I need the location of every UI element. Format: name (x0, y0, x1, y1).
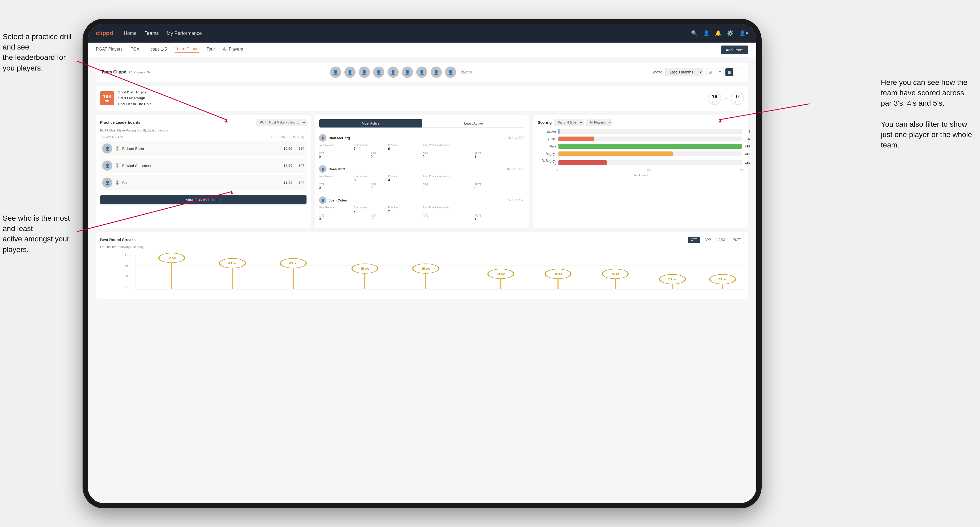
lb-medal-2: 🥈 (115, 163, 119, 168)
activity-player-2-stats: Total Rounds Tournament 8 Practice 4 (319, 175, 525, 182)
shot-circles: 16 yds → 0 yds (708, 92, 744, 105)
subnav-pga[interactable]: PGA (130, 47, 140, 53)
activity-player-3-stats: Total Rounds Tournament 7 Practice 2 (319, 206, 525, 213)
user-avatar[interactable]: 👤▾ (739, 30, 748, 37)
three-col-grid: Practice Leaderboards PUTT Must Make Put… (96, 115, 748, 229)
activity-player-1-name: 👤 Blair McHarg (319, 134, 350, 141)
stat-tournament: Tournament 7 (353, 144, 387, 151)
avatar-1: 👤 (330, 67, 341, 78)
scoring-title: Scoring (538, 120, 552, 125)
edit-icon[interactable]: ✎ (147, 70, 150, 74)
bar-label-dbogeys: D. Bogeys + (540, 159, 558, 167)
show-select[interactable]: Last 3 months Last 6 months Last 12 mont… (665, 68, 703, 76)
bar-row-eagles: Eagles 3 (540, 129, 742, 134)
activity-card: Most Active Least Active 👤 Blair McHarg … (315, 115, 530, 229)
lb-score-2: 18/20 (280, 163, 293, 168)
svg-text:3x: 3x (718, 278, 727, 281)
team-header: Team Clippd 14 Players ✎ 👤 👤 👤 👤 👤 👤 👤 👤… (96, 62, 748, 82)
ipad-frame: clippd Home Teams My Performance 🔍 👤 🔔 ⚙… (83, 19, 762, 508)
grid-view-btn[interactable]: ⊞ (706, 68, 714, 76)
nav-home[interactable]: Home (124, 30, 137, 36)
leaderboard-dropdown[interactable]: PUTT Must Make Putting ... (256, 119, 307, 126)
bar-track-bogeys: 311 (558, 151, 742, 156)
total-shots-label: Total Shots (538, 173, 744, 177)
bar-label-bogeys: Bogeys (540, 152, 558, 156)
lb-row-3[interactable]: 👤 🥉 Cameron... 17/20 103 (100, 175, 307, 190)
nav-teams[interactable]: Teams (145, 30, 159, 36)
shot-circle-2: 0 yds (731, 92, 744, 105)
card-view-btn[interactable]: ▦ (725, 68, 733, 76)
activity-player-2-subrow: OTT 0 APP 0 ARG 0 (319, 183, 525, 190)
svg-text:4x: 4x (611, 272, 620, 275)
bar-track-eagles: 3 (558, 129, 742, 134)
lb-name-2: Edward Crossman (122, 163, 278, 168)
subnav-all-players[interactable]: All Players (223, 47, 243, 53)
streaks-filter-app[interactable]: APP (702, 237, 714, 243)
streaks-filter-putt[interactable]: PUTT (730, 237, 744, 243)
lb-score-1: 19/20 (280, 147, 293, 151)
players-label: Players (460, 70, 472, 74)
lb-row-1[interactable]: 👤 🥇 Richard Butler 19/20 110 (100, 141, 307, 156)
list-view-btn[interactable]: ≡ (716, 68, 724, 76)
svg-text:4x: 4x (496, 272, 506, 275)
subnav-tour[interactable]: Tour (207, 47, 215, 53)
ipad-screen: clippd Home Teams My Performance 🔍 👤 🔔 ⚙… (88, 24, 756, 503)
person-icon[interactable]: 👤 (703, 30, 710, 37)
bar-label-eagles: Eagles (540, 130, 558, 133)
circle-connector: → (723, 95, 729, 102)
subnav-team-clippd[interactable]: Team Clippd (175, 46, 199, 53)
navbar-links: Home Teams My Performance (124, 30, 691, 36)
bar-fill-dbogeys (558, 160, 606, 165)
avatar-5: 👤 (387, 67, 399, 78)
bell-icon[interactable]: 🔔 (715, 30, 722, 37)
bar-row-pars: Pars 499 (540, 144, 742, 149)
lb-row-2[interactable]: 👤 🥈 Edward Crossman 18/20 107 (100, 158, 307, 173)
avatar-8: 👤 (431, 67, 442, 78)
svg-text:5x: 5x (361, 267, 370, 270)
streaks-filter-arg[interactable]: ARG (716, 237, 728, 243)
activity-player-3-header: 👤 Josh Coles 26 Aug 2023 (319, 197, 525, 204)
activity-tabs: Most Active Least Active (319, 119, 525, 128)
tab-most-active[interactable]: Most Active (319, 119, 422, 127)
bar-fill-birdies (558, 137, 593, 141)
sub-arg-1: ARG 0 (423, 152, 474, 159)
main-content: Team Clippd 14 Players ✎ 👤 👤 👤 👤 👤 👤 👤 👤… (88, 57, 756, 503)
bar-row-birdies: Birdies 96 (540, 137, 742, 141)
stat-group-practice-act: Total Practice Activities (423, 144, 456, 151)
scoring-filter-players[interactable]: All Players (585, 119, 612, 126)
settings-icon[interactable]: ⚙️ (727, 30, 733, 37)
scoring-card-header: Scoring Par 3, 4 & 5s All Players (538, 119, 744, 126)
subnav-pgat[interactable]: PGAT Players (96, 47, 123, 53)
leaderboard-title: Practice Leaderboards (100, 120, 140, 125)
sub-ott-1: OTT 0 (319, 152, 370, 159)
bar-fill-eagles (558, 129, 560, 134)
streaks-subtitle: Off The Tee, Fairway Accuracy (100, 245, 744, 249)
lb-avatar-3: 👤 (102, 178, 112, 187)
bar-value-dbogeys: 131 (745, 161, 750, 164)
activity-avatar-1: 👤 (319, 134, 326, 141)
bar-axis: 0 200 400 (538, 169, 744, 172)
leaderboard-subtitle: PUTT Must Make Putting (3-6 ft), Last 3 … (100, 129, 307, 132)
team-title-group: Team Clippd 14 Players ✎ (101, 70, 150, 75)
bar-value-eagles: 3 (748, 130, 750, 133)
search-icon[interactable]: 🔍 (691, 30, 698, 37)
subnav-hcaps[interactable]: Hcaps 1-5 (148, 47, 167, 53)
view-full-leaderboard-button[interactable]: View Full Leaderboard (100, 195, 307, 205)
bar-label-birdies: Birdies (540, 137, 558, 141)
add-team-button[interactable]: Add Team (721, 46, 748, 54)
streaks-filter-ott[interactable]: OTT (688, 237, 700, 243)
team-players-row: 👤 👤 👤 👤 👤 👤 👤 👤 👤 Players (330, 67, 472, 78)
avatar-6: 👤 (402, 67, 413, 78)
bar-label-pars: Pars (540, 144, 558, 148)
activity-player-3-date: 26 Aug 2023 (508, 198, 525, 202)
navbar-icons: 🔍 👤 🔔 ⚙️ 👤▾ (691, 30, 748, 37)
scoring-filter-par[interactable]: Par 3, 4 & 5s (554, 119, 584, 126)
svg-text:4x: 4x (554, 272, 563, 275)
lb-medal-1: 🥇 (115, 146, 119, 151)
nav-my-performance[interactable]: My Performance (167, 30, 202, 36)
subnav: PGAT Players PGA Hcaps 1-5 Team Clippd T… (88, 43, 756, 57)
svg-text:6x: 6x (289, 262, 298, 265)
annotation-right-top: Here you can see how theteam have scored… (881, 77, 972, 150)
sort-btn[interactable]: ↕ (735, 68, 743, 76)
tab-least-active[interactable]: Least Active (422, 119, 525, 127)
